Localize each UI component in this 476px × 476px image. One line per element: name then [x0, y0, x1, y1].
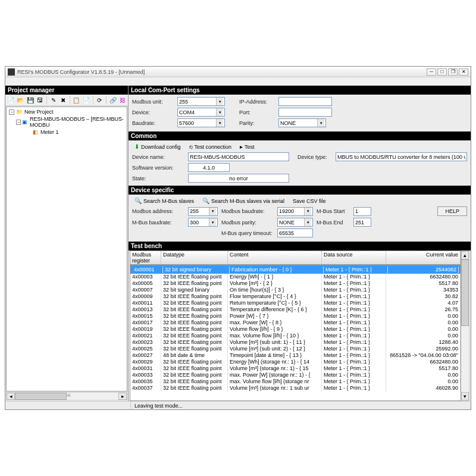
- parity-select[interactable]: NONE▾: [278, 118, 326, 127]
- mbusstart-input[interactable]: [353, 207, 371, 216]
- copy-icon[interactable]: 📋: [73, 96, 80, 104]
- delete-icon[interactable]: ✖: [59, 96, 67, 104]
- table-row[interactable]: 4x0002748 bit date & timeTimepoint [date…: [130, 352, 461, 359]
- tree-meter-leaf[interactable]: ◧ Meter 1: [8, 129, 126, 136]
- col-datasource[interactable]: Data source: [322, 251, 386, 264]
- col-content[interactable]: Content: [228, 251, 322, 264]
- mbusbaud-select[interactable]: 300▾: [188, 218, 218, 227]
- scroll-thumb[interactable]: [461, 259, 469, 326]
- devname-input[interactable]: [188, 152, 289, 161]
- search-mbus-button[interactable]: 🔍Search M-Bus slaves: [132, 197, 196, 205]
- table-row[interactable]: 4x0000932 bit IEEE floating pointFlow te…: [130, 293, 461, 300]
- mbusend-input[interactable]: [353, 218, 371, 227]
- modbaud-select[interactable]: 19200▾: [277, 207, 313, 216]
- help-button[interactable]: HELP: [437, 206, 467, 216]
- scroll-right-icon[interactable]: ▸: [118, 393, 127, 400]
- port-input[interactable]: [278, 108, 332, 117]
- scroll-thumb[interactable]: [15, 393, 67, 400]
- project-toolbar: 📄 📂 💾 🖫 ✎ ✖ 📋 📄 ⟳ 🔗 ⛓: [5, 95, 128, 106]
- modbus-unit-select[interactable]: 255▾: [177, 97, 225, 106]
- state-label: State:: [132, 176, 184, 181]
- table-row[interactable]: 4x0002532 bit IEEE floating pointVolume …: [130, 346, 461, 352]
- titlebar[interactable]: RESI's MODBUS Configurator V1.8.5.19 - […: [5, 67, 471, 77]
- devspec-header: Device specific: [129, 186, 471, 195]
- testbench-header: Test bench: [129, 242, 471, 250]
- table-row[interactable]: 4x0002132 bit IEEE floating pointmax. Vo…: [130, 333, 461, 339]
- scroll-down-icon[interactable]: ▾: [461, 392, 469, 400]
- project-tree[interactable]: − 📁 New Project − ▣ RESI-MBUS-MODBUS – […: [6, 107, 127, 392]
- testbench-table[interactable]: Modbus register Datatype Content Data so…: [130, 250, 461, 401]
- modparity-select[interactable]: NONE▾: [277, 218, 313, 227]
- save-csv-button[interactable]: Save CSV file: [290, 198, 328, 205]
- tree-root[interactable]: − 📁 New Project: [8, 108, 126, 115]
- download-config-button[interactable]: ⬇Download config: [132, 143, 183, 151]
- table-row[interactable]: 4x0001132 bit IEEE floating pointReturn …: [130, 300, 461, 306]
- table-row[interactable]: 4x0001332 bit IEEE floating pointTempera…: [130, 306, 461, 313]
- table-row[interactable]: 4x0000732 bit signed binaryOn time [hour…: [130, 287, 461, 293]
- table-row[interactable]: 4x0003132 bit IEEE floating pointVolume …: [130, 365, 461, 372]
- app-icon: [8, 68, 15, 76]
- mbusend-label: M-Bus End: [317, 220, 350, 226]
- edit-icon[interactable]: ✎: [49, 96, 57, 104]
- tree-root-label: New Project: [24, 109, 54, 115]
- table-row[interactable]: 4x0002932 bit IEEE floating pointEnergy …: [130, 359, 461, 365]
- paste-icon[interactable]: 📄: [82, 96, 90, 104]
- app-window: RESI's MODBUS Configurator V1.8.5.19 - […: [5, 66, 471, 410]
- search-icon: 🔍: [134, 198, 142, 204]
- link-icon[interactable]: 🔗: [109, 96, 117, 104]
- table-row[interactable]: 4x0003332 bit IEEE floating pointmax. Po…: [130, 372, 461, 378]
- v-scrollbar[interactable]: ▴ ▾: [461, 250, 469, 401]
- table-row[interactable]: 4x0001532 bit IEEE floating pointPower […: [130, 313, 461, 320]
- unlink-icon[interactable]: ⛓: [119, 96, 127, 104]
- table-row[interactable]: 4x0003732 bit IEEE floating pointVolume …: [130, 385, 461, 392]
- device-icon: ▣: [22, 119, 28, 125]
- table-row[interactable]: 4x0002332 bit IEEE floating pointVolume …: [130, 339, 461, 346]
- ip-input[interactable]: [278, 97, 332, 106]
- table-row[interactable]: 4x0001932 bit IEEE floating pointVolume …: [130, 326, 461, 333]
- h-scrollbar[interactable]: ◂ III ▸: [6, 392, 127, 400]
- status-text: Leaving test mode...: [130, 402, 186, 409]
- download-icon: ⬇: [134, 143, 139, 150]
- table-row[interactable]: 4x0000332 bit IEEE floating pointEnergy …: [130, 274, 461, 280]
- modaddr-select[interactable]: 255▾: [188, 207, 218, 216]
- modbus-unit-label: Modbus unit:: [132, 99, 174, 105]
- col-datatype[interactable]: Datatype: [161, 251, 228, 264]
- new-icon[interactable]: 📄: [7, 96, 14, 104]
- col-register[interactable]: Modbus register: [130, 251, 161, 264]
- test-connection-button[interactable]: ⎋Test connection: [187, 143, 234, 151]
- baud-label: Baudrate:: [132, 120, 174, 126]
- project-icon: 📁: [15, 109, 23, 115]
- chevron-down-icon: ▾: [209, 208, 216, 215]
- devtype-input[interactable]: [336, 152, 467, 161]
- close-button[interactable]: ✕: [459, 68, 468, 76]
- table-row[interactable]: 4x0000532 bit IEEE floating pointVolume …: [130, 280, 461, 287]
- modparity-label: Modbus parity:: [221, 220, 274, 226]
- col-currentvalue[interactable]: Current value: [386, 251, 461, 264]
- save-icon[interactable]: 💾: [26, 96, 34, 104]
- scroll-left-icon[interactable]: ◂: [7, 393, 15, 400]
- minimize-button[interactable]: ─: [427, 68, 436, 76]
- scroll-up-icon[interactable]: ▴: [461, 251, 469, 259]
- tree-device-node[interactable]: − ▣ RESI-MBUS-MODBUS – [RESI-MBUS-MODBU: [8, 115, 126, 129]
- search-mbus-serial-button[interactable]: 🔍Search M-Bus slaves via serial: [200, 197, 287, 205]
- collapse-icon[interactable]: −: [16, 120, 21, 125]
- mbustimeout-input[interactable]: [277, 228, 313, 237]
- table-row[interactable]: 4x0003532 bit IEEE floating pointmax. Vo…: [130, 378, 461, 385]
- table-row[interactable]: 4x0000132 bit signed binaryFabrication n…: [130, 265, 461, 274]
- refresh-icon[interactable]: ⟳: [96, 96, 104, 104]
- collapse-icon[interactable]: −: [9, 109, 14, 115]
- saveas-icon[interactable]: 🖫: [36, 96, 43, 104]
- open-icon[interactable]: 📂: [16, 96, 24, 104]
- baud-select[interactable]: 57600▾: [177, 118, 225, 127]
- maximize-button[interactable]: □: [437, 68, 447, 76]
- restore-button[interactable]: ❐: [448, 68, 458, 76]
- table-row[interactable]: 4x0001732 bit IEEE floating pointmax. Po…: [130, 320, 461, 326]
- devtype-label: Device type:: [298, 154, 332, 160]
- meter-icon: ◧: [32, 129, 39, 135]
- statusbar: Leaving test mode...: [5, 401, 471, 409]
- chevron-down-icon: ▾: [317, 119, 324, 127]
- device-select[interactable]: COM4▾: [177, 108, 225, 117]
- test-button[interactable]: ▸Test: [237, 143, 257, 151]
- mbustimeout-label: M-Bus query timeout:: [221, 230, 274, 236]
- chevron-down-icon: ▾: [216, 108, 223, 116]
